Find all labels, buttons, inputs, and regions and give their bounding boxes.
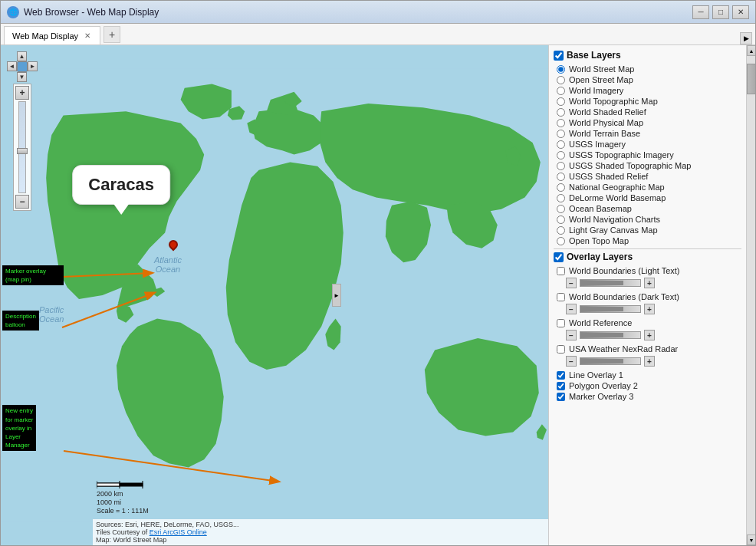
base-layer-item-3[interactable]: World Topographic Map: [554, 96, 741, 107]
map-area[interactable]: AtlanticOcean PacificOcean ▲ ◄ ► ▼ + −: [1, 45, 548, 545]
opacity-minus-0[interactable]: −: [566, 278, 577, 288]
base-layer-item-4[interactable]: World Shaded Relief: [554, 107, 741, 117]
base-layer-radio-0[interactable]: [557, 65, 565, 74]
overlay-layer-checkbox-5[interactable]: [557, 382, 565, 390]
opacity-plus-2[interactable]: +: [644, 330, 655, 340]
overlay-layer-row-1[interactable]: World Boundaries (Dark Text): [554, 291, 741, 302]
base-layer-radio-16[interactable]: [557, 237, 565, 245]
base-layer-item-1[interactable]: Open Street Map: [554, 74, 741, 85]
attribution-link[interactable]: Esri ArcGIS Online: [150, 528, 207, 536]
base-layer-item-8[interactable]: USGS Topographic Imagery: [554, 150, 741, 160]
base-layer-radio-8[interactable]: [557, 151, 565, 160]
overlay-layer-checkbox-4[interactable]: [557, 371, 565, 380]
base-layer-radio-3[interactable]: [557, 97, 565, 106]
base-layers-checkbox[interactable]: [554, 51, 564, 61]
overlay-layer-row-4[interactable]: Line Overlay 1: [554, 370, 741, 380]
base-layer-radio-7[interactable]: [557, 140, 565, 149]
opacity-control-1: − +: [554, 302, 741, 317]
base-layer-item-14[interactable]: World Navigation Charts: [554, 214, 741, 225]
overlay-layer-checkbox-2[interactable]: [557, 319, 565, 327]
pan-left-button[interactable]: ◄: [7, 61, 17, 71]
scroll-down-button[interactable]: ▼: [747, 534, 755, 545]
opacity-track-0[interactable]: [580, 279, 641, 287]
overlay-layer-checkbox-3[interactable]: [557, 345, 565, 354]
overlay-layer-checkbox-0[interactable]: [557, 267, 565, 275]
overlay-layer-row-3[interactable]: USA Weather NexRad Radar: [554, 344, 741, 354]
base-layer-radio-10[interactable]: [557, 173, 565, 181]
window-frame: 🌐 Web Browser - Web Map Display ─ □ ✕ We…: [0, 0, 756, 546]
base-layer-radio-9[interactable]: [557, 162, 565, 170]
base-layer-item-0[interactable]: World Street Map: [554, 64, 741, 74]
description-balloon[interactable]: Caracas: [72, 165, 170, 205]
map-pin[interactable]: [168, 240, 179, 255]
pan-up-button[interactable]: ▲: [17, 51, 27, 61]
base-layer-item-13[interactable]: Ocean Basemap: [554, 203, 741, 214]
opacity-minus-2[interactable]: −: [566, 330, 577, 340]
opacity-track-1[interactable]: [580, 305, 641, 313]
base-layer-label-14: World Navigation Charts: [569, 215, 660, 224]
opacity-plus-0[interactable]: +: [644, 278, 655, 288]
zoom-in-button[interactable]: +: [15, 86, 29, 100]
restore-button[interactable]: □: [712, 5, 729, 19]
pan-right-button[interactable]: ►: [28, 61, 38, 71]
tab-web-map-display[interactable]: Web Map Display ✕: [4, 26, 100, 44]
opacity-minus-3[interactable]: −: [566, 356, 577, 367]
panel-collapse-button[interactable]: ►: [332, 284, 341, 307]
minimize-button[interactable]: ─: [692, 5, 709, 19]
opacity-plus-3[interactable]: +: [644, 356, 655, 367]
base-layer-item-12[interactable]: DeLorme World Basemap: [554, 192, 741, 203]
base-layer-item-16[interactable]: Open Topo Map: [554, 235, 741, 246]
overlay-layer-row-5[interactable]: Polygon Overlay 2: [554, 380, 741, 391]
base-layer-label-7: USGS Imagery: [569, 140, 626, 149]
base-layer-radio-2[interactable]: [557, 87, 565, 95]
scale-mi-label: 1000 mi: [97, 498, 150, 506]
overlay-layer-checkbox-1[interactable]: [557, 293, 565, 301]
opacity-plus-1[interactable]: +: [644, 304, 655, 314]
base-layer-item-9[interactable]: USGS Shaded Topographic Map: [554, 160, 741, 171]
overlay-layer-row-2[interactable]: World Reference: [554, 317, 741, 328]
base-layer-item-7[interactable]: USGS Imagery: [554, 139, 741, 150]
opacity-minus-1[interactable]: −: [566, 304, 577, 314]
overlay-layer-row-0[interactable]: World Boundaries (Light Text): [554, 265, 741, 276]
base-layer-radio-15[interactable]: [557, 226, 565, 235]
base-layer-item-10[interactable]: USGS Shaded Relief: [554, 171, 741, 182]
close-button[interactable]: ✕: [732, 5, 749, 19]
zoom-track[interactable]: [18, 101, 26, 193]
pan-down-button[interactable]: ▼: [17, 72, 27, 82]
overlay-layer-item-2: World Reference − +: [554, 317, 741, 344]
pan-center-button[interactable]: [17, 61, 28, 72]
base-layer-radio-13[interactable]: [557, 205, 565, 213]
base-layer-radio-4[interactable]: [557, 108, 565, 117]
opacity-track-2[interactable]: [580, 331, 641, 339]
base-layer-item-15[interactable]: Light Gray Canvas Map: [554, 225, 741, 235]
overlay-layer-row-6[interactable]: Marker Overlay 3: [554, 391, 741, 402]
base-layer-item-2[interactable]: World Imagery: [554, 85, 741, 96]
zoom-thumb[interactable]: [17, 148, 28, 154]
overlay-layer-checkbox-6[interactable]: [557, 393, 565, 401]
base-layer-item-5[interactable]: World Physical Map: [554, 117, 741, 128]
layer-panel-scrollable[interactable]: Base Layers World Street MapOpen Street …: [549, 45, 746, 545]
base-layer-radio-14[interactable]: [557, 215, 565, 224]
base-layer-label-6: World Terrain Base: [569, 129, 640, 138]
overlay-layers-checkbox[interactable]: [554, 252, 564, 262]
base-layer-label-5: World Physical Map: [569, 118, 643, 127]
new-tab-button[interactable]: +: [104, 26, 120, 43]
base-layer-item-11[interactable]: National Geographic Map: [554, 182, 741, 192]
opacity-track-3[interactable]: [580, 357, 641, 365]
tab-scroll-right[interactable]: ▶: [740, 32, 752, 44]
annotation-description-balloon: Descriptionballoon: [2, 311, 39, 331]
tab-close-button[interactable]: ✕: [83, 31, 92, 41]
overlay-layer-label-4: Line Overlay 1: [569, 370, 623, 380]
base-layer-radio-1[interactable]: [557, 76, 565, 84]
base-layer-radio-12[interactable]: [557, 194, 565, 202]
annotation-marker-overlay: Marker overlay (map pin): [2, 265, 64, 285]
base-layer-radio-11[interactable]: [557, 183, 565, 192]
base-layer-radio-6[interactable]: [557, 130, 565, 138]
scroll-up-button[interactable]: ▲: [747, 45, 755, 56]
base-layer-item-6[interactable]: World Terrain Base: [554, 128, 741, 139]
scale-bar-graphic: [97, 480, 150, 489]
base-layer-radio-5[interactable]: [557, 119, 565, 127]
overlay-layers-list: World Boundaries (Light Text) − + World …: [554, 265, 741, 402]
zoom-out-button[interactable]: −: [15, 195, 29, 209]
scroll-thumb[interactable]: [747, 64, 755, 94]
